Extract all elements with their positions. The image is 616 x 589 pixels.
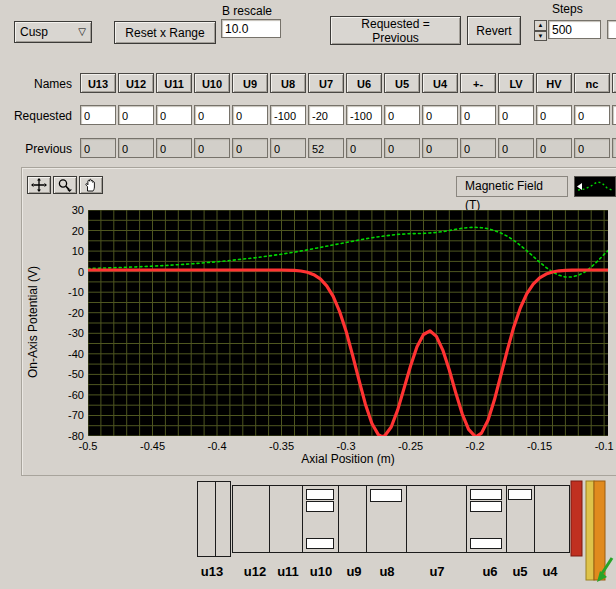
previous-value-cell: 0 bbox=[80, 138, 116, 158]
column-name-cell: U8 bbox=[270, 73, 306, 93]
requested-value-cell[interactable] bbox=[612, 105, 616, 125]
requested-value-cell[interactable]: 0 bbox=[384, 105, 420, 125]
crosshair-icon bbox=[31, 178, 47, 192]
previous-value-cell: 0 bbox=[194, 138, 230, 158]
requested-value-cell[interactable]: 0 bbox=[80, 105, 116, 125]
previous-value-cell: 0 bbox=[422, 138, 458, 158]
previous-value-cell: 0 bbox=[118, 138, 154, 158]
revert-button[interactable]: Revert bbox=[467, 16, 521, 45]
requested-value-cell[interactable]: 0 bbox=[460, 105, 496, 125]
names-row-label: Names bbox=[6, 77, 72, 91]
column-name-cell: U13 bbox=[80, 73, 116, 93]
column-name-cell: nc bbox=[574, 73, 610, 93]
plot-style-icon bbox=[575, 177, 615, 196]
column-name-cell: U9 bbox=[232, 73, 268, 93]
steps-increment-button[interactable]: ▲ bbox=[534, 20, 547, 31]
requested-row-label: Requested bbox=[6, 109, 72, 123]
b-rescale-label: B rescale bbox=[222, 4, 272, 18]
cusp-mode-value: Cusp bbox=[20, 25, 48, 39]
steps-spinner: ▲ ▼ bbox=[534, 20, 547, 41]
plot-legend: Magnetic Field (T) bbox=[456, 176, 616, 197]
previous-value-cell: 0 bbox=[384, 138, 420, 158]
orange-strip bbox=[594, 481, 605, 580]
previous-value-cell: 0 bbox=[498, 138, 534, 158]
magnifier-icon bbox=[57, 178, 73, 192]
requested-value-cell[interactable]: 0 bbox=[422, 105, 458, 125]
column-name-cell: U12 bbox=[118, 73, 154, 93]
requested-value-cell[interactable]: 0 bbox=[118, 105, 154, 125]
electrode-label: u10 bbox=[310, 564, 332, 579]
previous-value-cell: 0 bbox=[156, 138, 192, 158]
electrode-label: u12 bbox=[244, 564, 266, 579]
x-axis-label: Axial Position (m) bbox=[301, 452, 394, 466]
column-name-cell: U7 bbox=[308, 73, 344, 93]
requested-value-cell[interactable]: 0 bbox=[232, 105, 268, 125]
requested-value-cell[interactable]: -100 bbox=[346, 105, 382, 125]
previous-value-cell: 0 bbox=[270, 138, 306, 158]
column-name-cell: LV bbox=[498, 73, 534, 93]
hand-icon bbox=[83, 178, 99, 192]
electrode-label: u13 bbox=[201, 564, 223, 579]
electrode-label: u7 bbox=[429, 564, 444, 579]
previous-value-cell: 0 bbox=[574, 138, 610, 158]
previous-row-label: Previous bbox=[6, 142, 72, 156]
electrode-label: u6 bbox=[482, 564, 497, 579]
column-name-cell: U10 bbox=[194, 73, 230, 93]
reset-x-range-button[interactable]: Reset x Range bbox=[114, 21, 216, 44]
electrode-labels: u13u12u11u10u9u8u7u6u5u4 bbox=[201, 564, 559, 579]
electrode-label: u5 bbox=[512, 564, 527, 579]
steps-label: Steps bbox=[552, 2, 583, 16]
previous-value-cell bbox=[612, 138, 616, 158]
graph-toolbar bbox=[27, 176, 103, 194]
electrode-label: u9 bbox=[346, 564, 361, 579]
electrode-rings bbox=[307, 490, 532, 549]
requested-value-cell[interactable]: 0 bbox=[498, 105, 534, 125]
potential-plot-area[interactable] bbox=[88, 210, 608, 436]
legend-label: Magnetic Field (T) bbox=[456, 176, 568, 197]
requested-value-cell[interactable]: -20 bbox=[308, 105, 344, 125]
electrode-stack-schematic: u13u12u11u10u9u8u7u6u5u4 bbox=[195, 478, 616, 589]
steps-input[interactable]: 500 bbox=[548, 20, 601, 39]
previous-value-cell: 52 bbox=[308, 138, 344, 158]
electrode-label: u8 bbox=[379, 564, 394, 579]
steps-decrement-button[interactable]: ▼ bbox=[534, 31, 547, 42]
previous-value-cell: 0 bbox=[232, 138, 268, 158]
requested-equals-previous-button[interactable]: Requested = Previous bbox=[330, 16, 461, 45]
zoom-tool-button[interactable] bbox=[53, 176, 77, 194]
yellow-strip bbox=[586, 481, 594, 580]
requested-value-cell[interactable]: 0 bbox=[156, 105, 192, 125]
electrode-label: u4 bbox=[542, 564, 558, 579]
requested-value-cell[interactable]: 0 bbox=[536, 105, 572, 125]
names-row: U13U12U11U10U9U8U7U6U5U4+-LVHVnc bbox=[80, 73, 616, 93]
y-axis-label: On-Axis Potential (V) bbox=[26, 266, 40, 378]
previous-row: 000000520000000 bbox=[80, 138, 616, 158]
requested-value-cell[interactable]: 0 bbox=[574, 105, 610, 125]
requested-value-cell[interactable]: 0 bbox=[194, 105, 230, 125]
cusp-mode-dropdown[interactable]: Cusp ▽ bbox=[14, 21, 92, 43]
electrode-label: u11 bbox=[277, 564, 299, 579]
previous-value-cell: 0 bbox=[536, 138, 572, 158]
red-strip bbox=[571, 481, 582, 556]
column-name-cell: U5 bbox=[384, 73, 420, 93]
pan-tool-button[interactable] bbox=[79, 176, 103, 194]
b-rescale-input[interactable]: 10.0 bbox=[221, 19, 281, 38]
column-name-cell: U4 bbox=[422, 73, 458, 93]
column-name-cell bbox=[612, 73, 616, 93]
chevron-down-icon: ▽ bbox=[78, 27, 86, 37]
column-name-cell: U6 bbox=[346, 73, 382, 93]
cursor-tool-button[interactable] bbox=[27, 176, 51, 194]
requested-row: 00000-100-20-100000000 bbox=[80, 105, 616, 125]
column-name-cell: HV bbox=[536, 73, 572, 93]
requested-value-cell[interactable]: -100 bbox=[270, 105, 306, 125]
legend-plot-sample[interactable] bbox=[574, 176, 616, 197]
clipped-field[interactable] bbox=[607, 20, 616, 39]
column-name-cell: +- bbox=[460, 73, 496, 93]
column-name-cell: U11 bbox=[156, 73, 192, 93]
previous-value-cell: 0 bbox=[346, 138, 382, 158]
previous-value-cell: 0 bbox=[460, 138, 496, 158]
